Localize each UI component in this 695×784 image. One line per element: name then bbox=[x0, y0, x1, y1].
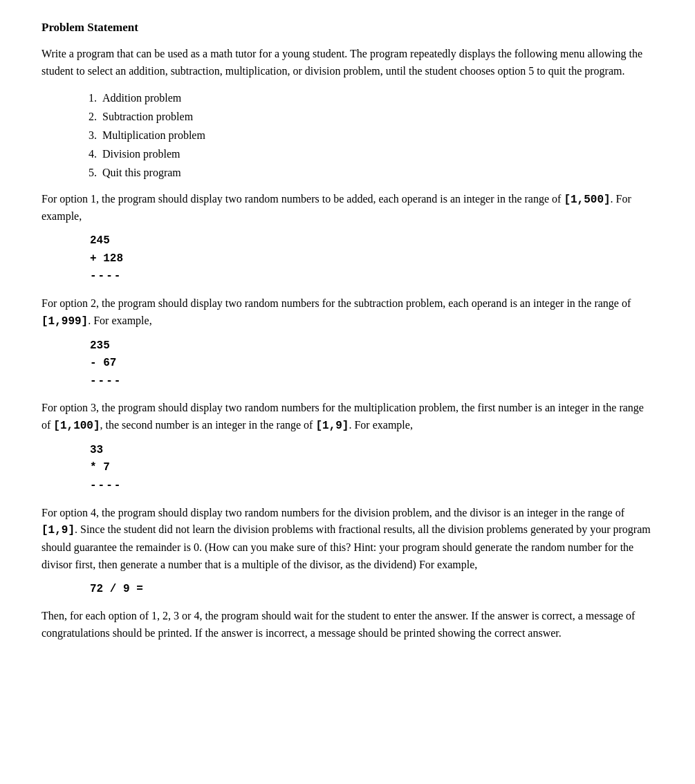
page-content: Problem Statement Write a program that c… bbox=[41, 21, 654, 642]
option1-paragraph: For option 1, the program should display… bbox=[41, 191, 654, 226]
list-item: 2. Subtraction problem bbox=[83, 107, 654, 126]
conclusion-paragraph: Then, for each option of 1, 2, 3 or 4, t… bbox=[41, 608, 654, 642]
option3-example: 33 * 7 ---- bbox=[90, 442, 654, 495]
option3-paragraph: For option 3, the program should display… bbox=[41, 400, 654, 435]
list-item: 4. Division problem bbox=[83, 144, 654, 163]
option4-paragraph: For option 4, the program should display… bbox=[41, 505, 654, 574]
menu-list: 1. Addition problem 2. Subtraction probl… bbox=[83, 88, 654, 183]
option4-example: 72 / 9 = bbox=[90, 581, 654, 599]
option2-paragraph: For option 2, the program should display… bbox=[41, 295, 654, 330]
option1-example: 245 + 128 ---- bbox=[90, 232, 654, 286]
problem-statement-title: Problem Statement bbox=[41, 21, 654, 35]
list-item: 5. Quit this program bbox=[83, 163, 654, 182]
list-item: 3. Multiplication problem bbox=[83, 126, 654, 144]
option2-example: 235 - 67 ---- bbox=[90, 337, 654, 391]
intro-paragraph: Write a program that can be used as a ma… bbox=[41, 46, 654, 80]
list-item: 1. Addition problem bbox=[83, 88, 654, 107]
